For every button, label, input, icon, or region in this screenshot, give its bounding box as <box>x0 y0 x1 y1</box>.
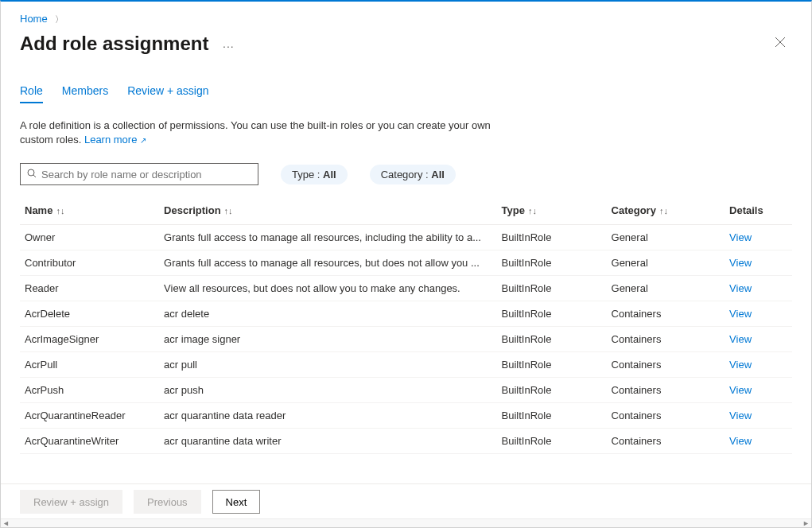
cell-description: View all resources, but does not allow y… <box>159 276 496 301</box>
cell-category: Containers <box>607 352 725 378</box>
sort-icon: ↑↓ <box>528 206 537 215</box>
cell-name: Contributor <box>20 250 159 276</box>
cell-category: Containers <box>607 403 725 429</box>
cell-category: Containers <box>607 429 725 454</box>
view-link[interactable]: View <box>729 257 752 269</box>
table-row[interactable]: ContributorGrants full access to manage … <box>20 250 792 276</box>
tab-role[interactable]: Role <box>20 81 43 103</box>
cell-type: BuiltInRole <box>497 352 607 378</box>
cell-name: AcrPush <box>20 378 159 403</box>
filter-type-label: Type : <box>292 169 323 181</box>
cell-description: Grants full access to manage all resourc… <box>159 250 496 276</box>
chevron-right-icon: 〉 <box>55 14 64 24</box>
cell-name: Owner <box>20 225 159 250</box>
review-assign-button: Review + assign <box>20 490 122 514</box>
breadcrumb-home[interactable]: Home <box>20 13 48 25</box>
table-row[interactable]: AcrQuarantineReaderacr quarantine data r… <box>20 403 792 429</box>
view-link[interactable]: View <box>729 384 752 396</box>
info-text: A role definition is a collection of per… <box>20 118 505 147</box>
cell-type: BuiltInRole <box>497 301 607 327</box>
cell-name: AcrQuarantineWriter <box>20 429 159 454</box>
cell-type: BuiltInRole <box>497 276 607 301</box>
cell-category: General <box>607 225 725 250</box>
column-header-type[interactable]: Type↑↓ <box>497 198 607 225</box>
cell-description: acr image signer <box>159 327 496 352</box>
cell-description: acr pull <box>159 352 496 378</box>
close-button[interactable] <box>768 30 792 57</box>
tab-review-assign[interactable]: Review + assign <box>127 81 208 103</box>
svg-point-2 <box>28 169 34 176</box>
view-link[interactable]: View <box>729 435 752 447</box>
more-actions-button[interactable]: ··· <box>223 40 235 52</box>
learn-more-link[interactable]: Learn more ↗ <box>84 134 146 146</box>
table-row[interactable]: AcrPullacr pullBuiltInRoleContainersView <box>20 352 792 378</box>
table-row[interactable]: AcrQuarantineWriteracr quarantine data w… <box>20 429 792 454</box>
cell-category: Containers <box>607 378 725 403</box>
filter-type-pill[interactable]: Type : All <box>281 165 348 184</box>
footer-bar: Review + assign Previous Next <box>1 483 811 519</box>
horizontal-scrollbar[interactable]: ◄ ► <box>1 518 811 527</box>
cell-category: General <box>607 276 725 301</box>
cell-name: AcrPull <box>20 352 159 378</box>
scroll-right-arrow-icon[interactable]: ► <box>801 519 811 527</box>
column-header-name[interactable]: Name↑↓ <box>20 198 159 225</box>
close-icon <box>775 37 786 48</box>
search-box[interactable] <box>20 163 258 185</box>
column-header-details: Details <box>725 198 792 225</box>
filter-category-pill[interactable]: Category : All <box>370 165 456 184</box>
cell-name: AcrDelete <box>20 301 159 327</box>
cell-name: Reader <box>20 276 159 301</box>
table-row[interactable]: AcrDeleteacr deleteBuiltInRoleContainers… <box>20 301 792 327</box>
cell-description: acr delete <box>159 301 496 327</box>
previous-button: Previous <box>134 490 201 514</box>
cell-type: BuiltInRole <box>497 225 607 250</box>
view-link[interactable]: View <box>729 308 752 320</box>
tab-members[interactable]: Members <box>62 81 108 103</box>
roles-table: Name↑↓ Description↑↓ Type↑↓ Category↑↓ D… <box>20 198 792 454</box>
tab-bar: Role Members Review + assign <box>20 81 792 104</box>
table-row[interactable]: OwnerGrants full access to manage all re… <box>20 225 792 250</box>
external-link-icon: ↗ <box>138 136 146 145</box>
filter-category-label: Category : <box>381 169 432 181</box>
cell-name: AcrQuarantineReader <box>20 403 159 429</box>
cell-description: acr quarantine data reader <box>159 403 496 429</box>
cell-type: BuiltInRole <box>497 403 607 429</box>
view-link[interactable]: View <box>729 359 752 371</box>
cell-category: General <box>607 250 725 276</box>
table-row[interactable]: ReaderView all resources, but does not a… <box>20 276 792 301</box>
search-input[interactable] <box>41 169 251 181</box>
cell-type: BuiltInRole <box>497 327 607 352</box>
view-link[interactable]: View <box>729 231 752 243</box>
sort-icon: ↑↓ <box>56 206 64 215</box>
cell-category: Containers <box>607 301 725 327</box>
filter-type-value: All <box>323 169 336 181</box>
search-icon <box>27 169 37 181</box>
sort-icon: ↑↓ <box>659 206 668 215</box>
view-link[interactable]: View <box>729 282 752 294</box>
column-header-category[interactable]: Category↑↓ <box>607 198 725 225</box>
header: Add role assignment ··· <box>1 30 811 64</box>
filter-category-value: All <box>431 169 445 181</box>
view-link[interactable]: View <box>729 410 752 421</box>
svg-line-3 <box>33 175 36 177</box>
scroll-left-arrow-icon[interactable]: ◄ <box>1 519 11 527</box>
cell-description: acr push <box>159 378 496 403</box>
breadcrumb: Home 〉 <box>1 2 811 30</box>
cell-description: acr quarantine data writer <box>159 429 496 454</box>
view-link[interactable]: View <box>729 333 752 345</box>
table-row[interactable]: AcrPushacr pushBuiltInRoleContainersView <box>20 378 792 403</box>
column-header-description[interactable]: Description↑↓ <box>159 198 496 225</box>
page-title: Add role assignment <box>20 33 208 54</box>
filter-row: Type : All Category : All <box>20 163 792 185</box>
cell-type: BuiltInRole <box>497 429 607 454</box>
table-row[interactable]: AcrImageSigneracr image signerBuiltInRol… <box>20 327 792 352</box>
cell-description: Grants full access to manage all resourc… <box>159 225 496 250</box>
cell-type: BuiltInRole <box>497 250 607 276</box>
cell-name: AcrImageSigner <box>20 327 159 352</box>
cell-type: BuiltInRole <box>497 378 607 403</box>
next-button[interactable]: Next <box>212 490 261 514</box>
content-area: Role Members Review + assign A role defi… <box>1 68 811 483</box>
sort-icon: ↑↓ <box>224 206 233 215</box>
cell-category: Containers <box>607 327 725 352</box>
